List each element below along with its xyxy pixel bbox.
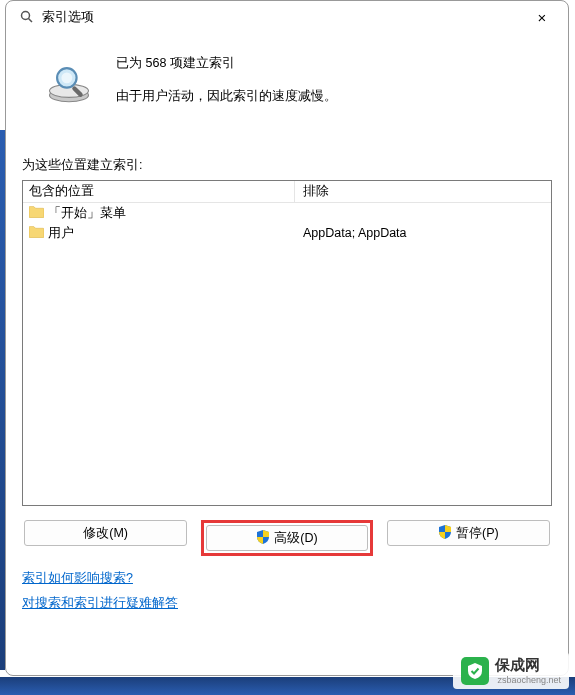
item-excluded: AppData; AppData <box>295 226 551 240</box>
shield-icon <box>256 530 270 547</box>
list-item[interactable]: 「开始」菜单 <box>23 203 551 223</box>
help-links: 索引如何影响搜索? 对搜索和索引进行疑难解答 <box>22 570 552 620</box>
advanced-label: 高级(D) <box>274 530 317 547</box>
status-row: 已为 568 项建立索引 由于用户活动，因此索引的速度减慢。 <box>22 51 552 109</box>
header-included[interactable]: 包含的位置 <box>23 181 295 203</box>
watermark-text: 保成网 <box>495 656 561 675</box>
window-title: 索引选项 <box>42 9 520 26</box>
item-name: 用户 <box>48 225 74 242</box>
list-header: 包含的位置 排除 <box>23 181 551 203</box>
svg-line-1 <box>29 19 33 23</box>
locations-label: 为这些位置建立索引: <box>22 157 552 174</box>
pause-label: 暂停(P) <box>456 525 499 542</box>
advanced-highlight: 高级(D) <box>201 520 372 556</box>
close-icon: × <box>538 9 547 26</box>
index-icon <box>40 51 98 109</box>
item-name: 「开始」菜单 <box>48 205 126 222</box>
folder-icon <box>29 206 44 221</box>
index-options-dialog: 索引选项 × 已为 568 项建立索引 由于用户活动，因此索引的速度减慢。 为这… <box>5 0 569 676</box>
svg-point-5 <box>61 72 72 83</box>
search-icon <box>18 8 36 26</box>
header-excluded[interactable]: 排除 <box>295 181 551 203</box>
list-body: 「开始」菜单 用户 AppData; AppData <box>23 203 551 505</box>
help-link-troubleshoot[interactable]: 对搜索和索引进行疑难解答 <box>22 595 178 612</box>
index-count-text: 已为 568 项建立索引 <box>116 55 337 72</box>
close-button[interactable]: × <box>520 3 564 31</box>
svg-point-0 <box>22 12 30 20</box>
advanced-button[interactable]: 高级(D) <box>206 525 367 551</box>
status-text: 已为 568 项建立索引 由于用户活动，因此索引的速度减慢。 <box>116 51 337 105</box>
list-item[interactable]: 用户 AppData; AppData <box>23 223 551 243</box>
help-link-search[interactable]: 索引如何影响搜索? <box>22 570 133 587</box>
titlebar[interactable]: 索引选项 × <box>6 1 568 33</box>
watermark-icon <box>461 657 489 685</box>
dialog-content: 已为 568 项建立索引 由于用户活动，因此索引的速度减慢。 为这些位置建立索引… <box>6 33 568 620</box>
pause-button[interactable]: 暂停(P) <box>387 520 550 546</box>
button-row: 修改(M) 高级(D) <box>22 520 552 556</box>
shield-icon <box>438 525 452 542</box>
folder-icon <box>29 226 44 241</box>
modify-label: 修改(M) <box>83 525 128 542</box>
index-speed-text: 由于用户活动，因此索引的速度减慢。 <box>116 88 337 105</box>
modify-button[interactable]: 修改(M) <box>24 520 187 546</box>
watermark: 保成网 zsbaocheng.net <box>453 652 569 689</box>
locations-list[interactable]: 包含的位置 排除 「开始」菜单 <box>22 180 552 506</box>
watermark-sub: zsbaocheng.net <box>497 675 561 685</box>
